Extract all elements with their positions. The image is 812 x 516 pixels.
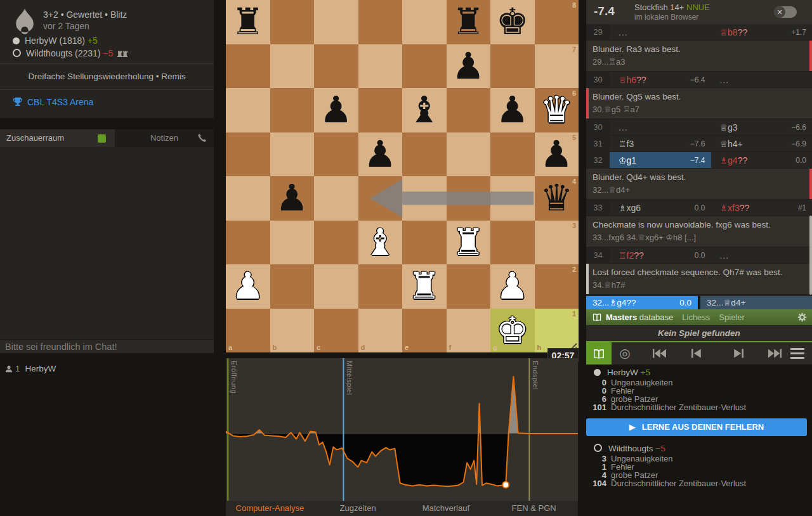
- jump-first-button[interactable]: [652, 342, 671, 364]
- square-c4[interactable]: [314, 176, 358, 221]
- move-cell[interactable]: ♗xf3??#1: [711, 200, 812, 216]
- eval-graph[interactable]: [226, 358, 578, 501]
- black-pawn-f7[interactable]: ♟: [447, 44, 491, 89]
- practice-gyre-icon[interactable]: ◎: [615, 342, 634, 364]
- comment-variation[interactable]: 29...♖a3: [593, 56, 806, 68]
- square-d8[interactable]: [358, 0, 403, 44]
- square-f6[interactable]: [447, 88, 491, 132]
- engine-toggle-knob[interactable]: ✕: [774, 6, 785, 18]
- move-cell[interactable]: ...: [711, 72, 812, 87]
- chat-toggle-indicator[interactable]: [98, 134, 106, 143]
- explorer-tab-masters[interactable]: Masters database: [606, 313, 673, 322]
- square-g7[interactable]: [490, 44, 535, 89]
- square-a3[interactable]: [226, 221, 270, 265]
- square-g3[interactable]: [490, 221, 535, 265]
- tab-move-times[interactable]: Zugzeiten: [314, 501, 402, 516]
- square-b5[interactable]: [270, 132, 315, 177]
- black-pawn-d5[interactable]: ♟: [358, 132, 403, 177]
- tab-fen-pgn[interactable]: FEN & PGN: [490, 501, 578, 516]
- square-b7[interactable]: [270, 44, 315, 89]
- square-c1[interactable]: c: [314, 309, 358, 353]
- white-pawn-g2[interactable]: ♟: [490, 264, 535, 309]
- move-cell[interactable]: ...: [610, 119, 711, 135]
- square-f1[interactable]: f: [447, 309, 491, 353]
- white-player-name[interactable]: HerbyW: [25, 35, 57, 46]
- move-cell[interactable]: ♕h6??−6.4: [610, 72, 711, 87]
- white-king-g1[interactable]: ♚: [490, 309, 535, 353]
- comment-variation[interactable]: 34.♕h7#: [593, 279, 806, 291]
- white-rook-e2[interactable]: ♜: [402, 264, 447, 309]
- move-cell[interactable]: ♕h4+−6.9: [711, 136, 812, 152]
- spectator-name[interactable]: HerbyW: [25, 364, 56, 373]
- chat-input[interactable]: Bitte sei freundlich im Chat!: [0, 339, 214, 353]
- black-bishop-e6[interactable]: ♝: [402, 88, 447, 132]
- black-queen-h4[interactable]: ♛: [535, 176, 579, 221]
- square-f5[interactable]: [447, 132, 491, 177]
- square-e1[interactable]: e: [402, 309, 447, 353]
- tab-spectator-room[interactable]: Zuschauerraum: [0, 129, 115, 147]
- square-d1[interactable]: d: [358, 309, 403, 353]
- square-e4[interactable]: [402, 176, 447, 221]
- tournament-name[interactable]: CBL T4S3 Arena: [27, 97, 93, 107]
- explorer-tab-lichess[interactable]: Lichess: [682, 313, 710, 322]
- menu-button[interactable]: [790, 342, 808, 370]
- gear-icon[interactable]: [797, 313, 807, 322]
- learn-from-mistakes-button[interactable]: ▶LERNE AUS DEINEN FEHLERN: [586, 418, 807, 436]
- played-move-button[interactable]: 32...♗g4??0.0: [586, 296, 698, 309]
- square-d7[interactable]: [358, 44, 403, 89]
- square-e8[interactable]: [402, 0, 447, 44]
- square-c5[interactable]: [314, 132, 358, 177]
- square-a4[interactable]: [226, 176, 270, 221]
- square-h8[interactable]: 8: [535, 0, 579, 44]
- square-f4[interactable]: [447, 176, 491, 221]
- white-queen-h6[interactable]: ♛: [535, 88, 579, 132]
- square-h3[interactable]: 3: [535, 221, 579, 265]
- move-cell[interactable]: ♔g1−7.4: [610, 152, 711, 168]
- square-a5[interactable]: [226, 132, 270, 177]
- square-e5[interactable]: [402, 132, 447, 177]
- chess-board[interactable]: 8765432abcdefgh1♜♜♚♟♟♝♟♛♟♟♟♛♝♜♟♜♟♚: [226, 0, 579, 352]
- square-d2[interactable]: [358, 264, 403, 309]
- explorer-tab-players[interactable]: Spieler: [719, 313, 744, 322]
- black-king-g8[interactable]: ♚: [490, 0, 535, 44]
- jump-last-button[interactable]: [766, 342, 785, 364]
- square-g5[interactable]: [490, 132, 535, 177]
- black-pawn-h5[interactable]: ♟: [535, 132, 579, 177]
- explorer-toggle-button[interactable]: [586, 342, 612, 364]
- square-g4[interactable]: [490, 176, 535, 221]
- square-h1[interactable]: h1: [535, 309, 579, 353]
- black-pawn-c6[interactable]: ♟: [314, 88, 358, 132]
- black-rook-f8[interactable]: ♜: [447, 0, 491, 44]
- move-cell[interactable]: ♕g3−6.6: [711, 119, 812, 135]
- move-cell[interactable]: ♖f2??0.0: [610, 247, 711, 263]
- square-d6[interactable]: [358, 88, 403, 132]
- tab-notes[interactable]: Notizen: [115, 129, 214, 147]
- square-c7[interactable]: [314, 44, 358, 89]
- step-back-button[interactable]: [688, 342, 707, 364]
- white-bishop-d3[interactable]: ♝: [358, 221, 403, 265]
- square-c2[interactable]: [314, 264, 358, 309]
- move-cell[interactable]: ♗g4??0.0: [711, 152, 812, 168]
- move-list-scrollbar[interactable]: [809, 216, 812, 295]
- move-cell[interactable]: ♖f3−7.6: [610, 136, 711, 152]
- best-move-button[interactable]: 32...♕d4+: [700, 296, 812, 309]
- comment-variation[interactable]: 30.♕g5 ♖a7: [593, 103, 806, 115]
- square-a6[interactable]: [226, 88, 270, 132]
- square-a7[interactable]: [226, 44, 270, 89]
- white-rook-f3[interactable]: ♜: [447, 221, 491, 265]
- square-d4[interactable]: [358, 176, 403, 221]
- step-forward-button[interactable]: [731, 342, 750, 364]
- tab-match-history[interactable]: Matchverlauf: [402, 501, 490, 516]
- square-h2[interactable]: 2: [535, 264, 579, 309]
- tab-computer-analysis[interactable]: Computer-Analyse: [226, 501, 314, 516]
- black-pawn-b4[interactable]: ♟: [270, 176, 315, 221]
- comment-variation[interactable]: 33...fxg6 34.♕xg6+ ♔h8 [...]: [593, 231, 806, 243]
- square-e3[interactable]: [402, 221, 447, 265]
- move-cell[interactable]: ...: [610, 24, 711, 40]
- move-cell[interactable]: ♗xg60.0: [610, 200, 711, 216]
- black-pawn-g6[interactable]: ♟: [490, 88, 535, 132]
- black-rook-a8[interactable]: ♜: [226, 0, 270, 44]
- move-cell[interactable]: ...: [711, 247, 812, 263]
- square-e7[interactable]: [402, 44, 447, 89]
- square-b1[interactable]: b: [270, 309, 315, 353]
